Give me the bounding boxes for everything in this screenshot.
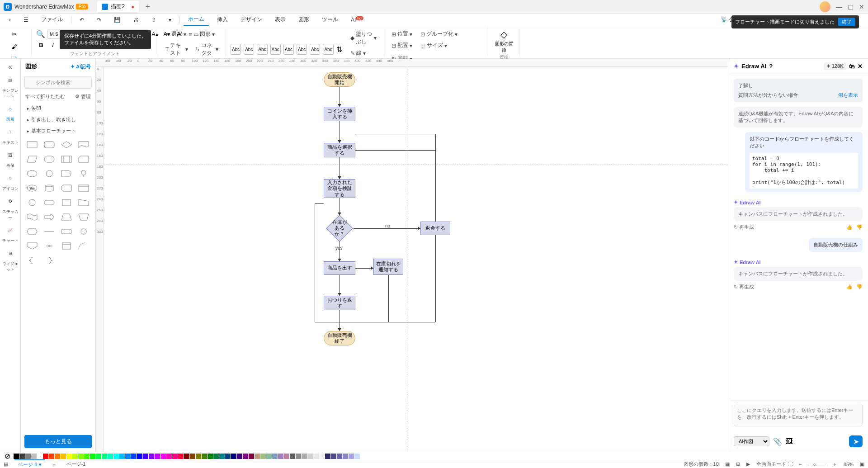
category-callout[interactable]: 引き出し、吹き出し [21, 114, 95, 125]
page-tab-1[interactable]: ページ-1 ▾ [14, 459, 45, 468]
category-arrow[interactable]: 矢印 [21, 103, 95, 114]
color-swatch[interactable] [31, 454, 37, 459]
format-painter-button[interactable]: 🖌 [9, 42, 19, 52]
presentation-icon[interactable]: ▶ [746, 461, 750, 467]
style-preset-7[interactable]: Abc [310, 44, 320, 55]
guide-vertical[interactable] [407, 67, 407, 452]
color-swatch[interactable] [272, 454, 278, 459]
color-swatch[interactable] [149, 454, 154, 459]
pages-icon[interactable]: ▤ [4, 461, 8, 467]
shape-rounded[interactable] [42, 138, 57, 151]
node-end[interactable]: 自動販売機終了 [324, 331, 355, 345]
shape-offpage[interactable] [42, 196, 57, 209]
manage-link[interactable]: ⚙ 管理 [75, 93, 91, 100]
save-button[interactable]: 💾 [109, 15, 125, 25]
minimize-icon[interactable]: — [836, 3, 842, 10]
shape-internal[interactable] [76, 182, 91, 194]
color-swatch[interactable] [260, 454, 266, 459]
shape-trap2[interactable] [76, 211, 91, 223]
shape-predef[interactable] [59, 153, 74, 165]
replace-shape-icon[interactable]: ◇ [500, 29, 507, 40]
color-swatch[interactable] [284, 454, 289, 459]
color-swatch[interactable] [61, 454, 66, 459]
eyedropper-icon[interactable]: ⊘ [5, 452, 10, 460]
ai-mode-select[interactable]: AI作図 [734, 436, 769, 446]
color-swatch[interactable] [37, 454, 42, 459]
thumbs-up-icon-2[interactable]: 👍 [846, 284, 853, 290]
style-more-icon[interactable]: ⇅ [336, 45, 342, 54]
file-menu[interactable]: ファイル [37, 14, 67, 25]
undo-button[interactable]: ↶ [75, 15, 89, 25]
thumbs-up-icon[interactable]: 👍 [846, 224, 853, 230]
color-swatch[interactable] [307, 454, 313, 459]
print-button[interactable]: 🖨 [129, 15, 143, 25]
tab-design[interactable]: デザイン [236, 14, 267, 25]
zoom-out-button[interactable]: − [799, 462, 802, 467]
color-swatch[interactable] [43, 454, 48, 459]
color-swatch[interactable] [290, 454, 295, 459]
node-refund[interactable]: 返金する [420, 222, 450, 235]
node-return-change[interactable]: おつりを返す [324, 296, 355, 310]
select-tool[interactable]: ↖ 選択 ▾ [163, 29, 189, 39]
color-swatch[interactable] [178, 454, 184, 459]
color-swatch[interactable] [237, 454, 242, 459]
ai-regen-button-2[interactable]: ↻ 再生成 [734, 284, 754, 290]
shape-process[interactable] [24, 138, 40, 151]
color-swatch[interactable] [331, 454, 336, 459]
color-swatch[interactable] [302, 454, 307, 459]
color-swatch[interactable] [249, 454, 254, 459]
color-swatch[interactable] [219, 454, 225, 459]
style-preset-1[interactable]: Abc [231, 44, 241, 55]
ai-cart-icon[interactable]: 🛍 [849, 63, 855, 70]
color-swatch[interactable] [296, 454, 301, 459]
shape-storage[interactable] [59, 182, 74, 194]
cut-button[interactable]: ✂ [9, 29, 19, 39]
shape-card[interactable] [76, 153, 91, 165]
color-swatch[interactable] [325, 454, 330, 459]
ai-symbol-link[interactable]: ✦ AI記号 [71, 63, 91, 70]
user-avatar-icon[interactable] [820, 1, 830, 12]
size-button[interactable]: ⬚ サイズ ▾ [418, 40, 460, 51]
color-swatch[interactable] [243, 454, 248, 459]
thumbs-down-icon-2[interactable]: 👎 [856, 284, 863, 290]
collapse-panel-icon[interactable]: « [5, 61, 16, 72]
color-swatch[interactable] [55, 454, 60, 459]
shape-arc[interactable] [76, 240, 91, 252]
color-swatch[interactable] [166, 454, 172, 459]
color-swatch[interactable] [14, 454, 19, 459]
status-icon-1[interactable]: ▦ [725, 461, 730, 467]
leftbar-chart[interactable]: 📈チャート [2, 226, 19, 246]
color-swatch[interactable] [160, 454, 166, 459]
ai-attach-icon[interactable]: 📎 [773, 437, 782, 446]
ai-regen-button-1[interactable]: ↻ 再生成 [734, 224, 754, 231]
color-swatch[interactable] [78, 454, 84, 459]
close-icon[interactable]: ✕ [859, 3, 864, 10]
line-button[interactable]: ✎ 線 ▾ [348, 48, 379, 58]
collapse-all-link[interactable]: すべて折りたたむ [25, 93, 65, 100]
color-swatch[interactable] [313, 454, 319, 459]
color-swatch[interactable] [131, 454, 137, 459]
node-dispense[interactable]: 商品を出す [324, 261, 355, 275]
shape-terminal[interactable] [42, 153, 57, 165]
shape-db[interactable] [42, 182, 57, 194]
fullscreen-button[interactable]: 全画面モード ⛶ [756, 461, 793, 468]
node-insert-coin[interactable]: コインを挿入する [324, 107, 355, 121]
guide-horizontal[interactable] [104, 165, 728, 165]
shape-data[interactable] [24, 153, 40, 165]
color-swatch[interactable] [184, 454, 189, 459]
color-swatch[interactable] [319, 454, 325, 459]
tab-tool[interactable]: ツール [317, 14, 343, 25]
color-swatch[interactable] [343, 454, 348, 459]
ai-close-icon[interactable]: ✕ [858, 63, 863, 70]
ai-example-link[interactable]: 例を表示 [838, 92, 858, 99]
color-swatch[interactable] [25, 454, 31, 459]
color-swatch[interactable] [72, 454, 78, 459]
color-swatch[interactable] [90, 454, 95, 459]
shape-decision[interactable] [59, 138, 74, 151]
color-swatch[interactable] [137, 454, 142, 459]
node-decision[interactable]: 在庫があるか？ [326, 215, 353, 241]
color-swatch[interactable] [125, 454, 131, 459]
thumbs-down-icon[interactable]: 👎 [856, 224, 863, 230]
leftbar-sticker[interactable]: ✪ステッカー [2, 197, 19, 222]
shape-ellipse[interactable] [24, 167, 40, 180]
